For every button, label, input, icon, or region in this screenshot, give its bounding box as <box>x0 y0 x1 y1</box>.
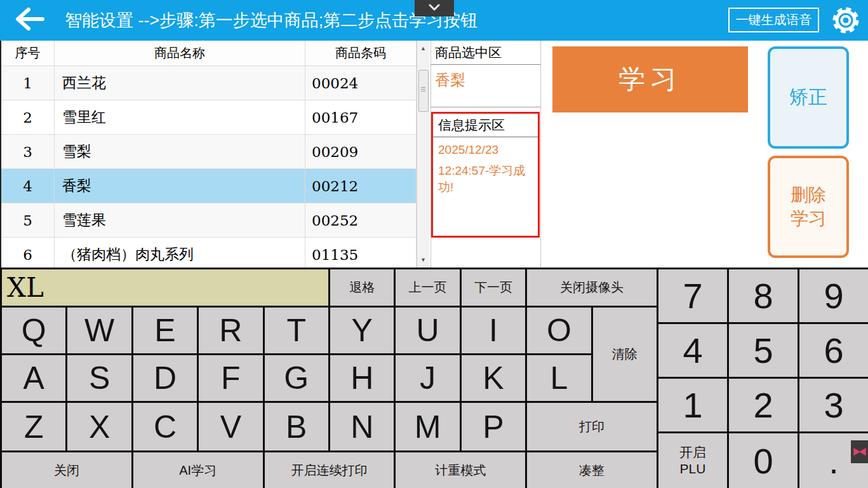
table-row-selected[interactable]: 4 香梨 00212 <box>1 169 417 203</box>
close-camera-key[interactable]: 关闭摄像头 <box>527 269 657 306</box>
table-scrollbar[interactable]: ▲ ▼ <box>417 41 429 268</box>
cell-no: 4 <box>1 169 55 203</box>
prev-page-key[interactable]: 上一页 <box>396 269 459 306</box>
key-K[interactable]: K <box>462 355 525 401</box>
cell-code: 00209 <box>305 135 417 168</box>
message-line: 2025/12/23 <box>433 137 538 157</box>
smart-settings-screen: 智能设置 -->步骤:第一步选中商品;第二步点击学习按钮 一键生成语音 序号 商… <box>0 0 868 488</box>
cell-no: 6 <box>1 238 55 271</box>
number-pad: 7 8 9 4 5 6 1 2 3 开启 PLU 0 . <box>657 268 868 488</box>
chevron-down-icon <box>428 3 441 14</box>
ai-learn-key[interactable]: AI学习 <box>133 452 263 488</box>
letter-keyboard: XL 退格 上一页 下一页 关闭摄像头 Q W E R T Y U I O 清除… <box>0 268 657 488</box>
cell-code: 00167 <box>305 100 417 134</box>
key-2[interactable]: 2 <box>729 379 798 431</box>
message-zone: 信息提示区 2025/12/23 12:24:57-学习成功! <box>431 112 540 238</box>
key-P[interactable]: P <box>462 403 525 451</box>
key-E[interactable]: E <box>133 308 197 353</box>
round-off-key[interactable]: 凑整 <box>527 452 657 488</box>
key-J[interactable]: J <box>396 355 459 401</box>
key-4[interactable]: 4 <box>658 324 727 377</box>
cell-no: 5 <box>1 203 55 237</box>
key-X[interactable]: X <box>67 403 131 451</box>
table-row[interactable]: 5 雪莲果 00252 <box>1 203 417 238</box>
key-R[interactable]: R <box>199 308 262 353</box>
header-bar: 智能设置 -->步骤:第一步选中商品;第二步点击学习按钮 一键生成语音 <box>0 0 868 41</box>
plu-search-input[interactable]: XL <box>2 269 328 306</box>
key-U[interactable]: U <box>396 308 459 353</box>
key-B[interactable]: B <box>265 403 328 451</box>
key-7[interactable]: 7 <box>658 269 727 322</box>
scroll-up-icon[interactable]: ▲ <box>417 42 429 55</box>
settings-gear-icon[interactable] <box>830 4 862 36</box>
key-A[interactable]: A <box>2 355 65 401</box>
product-table: 序号 商品名称 商品条码 1 西兰花 00024 2 雪里红 00167 3 雪… <box>1 41 417 268</box>
key-3[interactable]: 3 <box>799 379 868 431</box>
key-L[interactable]: L <box>527 355 591 401</box>
key-F[interactable]: F <box>199 355 262 401</box>
pull-down-tab[interactable] <box>415 0 454 17</box>
clear-key[interactable]: 清除 <box>593 308 657 401</box>
main-content: 序号 商品名称 商品条码 1 西兰花 00024 2 雪里红 00167 3 雪… <box>0 41 868 268</box>
key-Y[interactable]: Y <box>330 308 394 353</box>
delete-learn-line: 学习 <box>791 207 826 230</box>
key-8[interactable]: 8 <box>729 269 798 322</box>
message-zone-title: 信息提示区 <box>433 114 538 137</box>
scroll-down-icon[interactable]: ▼ <box>417 254 429 266</box>
close-key[interactable]: 关闭 <box>2 452 131 488</box>
key-D[interactable]: D <box>133 355 197 401</box>
message-line: 12:24:57-学习成功! <box>433 157 538 196</box>
key-G[interactable]: G <box>265 355 328 401</box>
scrollbar-grip <box>421 89 425 90</box>
print-key[interactable]: 打印 <box>527 403 657 451</box>
key-M[interactable]: M <box>396 403 459 451</box>
correct-button[interactable]: 矫正 <box>768 46 849 149</box>
cell-code: 00024 <box>305 66 417 100</box>
key-6[interactable]: 6 <box>799 324 868 377</box>
cell-name: 雪莲果 <box>55 203 305 237</box>
key-0[interactable]: 0 <box>729 433 798 488</box>
backspace-key[interactable]: 退格 <box>330 269 394 306</box>
key-V[interactable]: V <box>199 403 262 451</box>
table-row[interactable]: 3 雪梨 00209 <box>1 135 417 169</box>
col-header-name: 商品名称 <box>55 41 305 65</box>
cell-name: 雪梨 <box>55 135 305 168</box>
key-O[interactable]: O <box>527 308 591 353</box>
selected-product-name: 香梨 <box>431 65 540 107</box>
key-Z[interactable]: Z <box>2 403 65 451</box>
key-N[interactable]: N <box>330 403 394 451</box>
key-1[interactable]: 1 <box>658 379 727 431</box>
key-T[interactable]: T <box>265 308 328 353</box>
info-panel: 商品选中区 香梨 信息提示区 2025/12/23 12:24:57-学习成功! <box>431 41 541 268</box>
open-plu-key[interactable]: 开启 PLU <box>658 433 727 488</box>
key-W[interactable]: W <box>67 308 131 353</box>
col-header-code: 商品条码 <box>305 41 417 65</box>
scrollbar-thumb[interactable] <box>418 70 429 112</box>
next-page-key[interactable]: 下一页 <box>462 269 525 306</box>
delete-learn-button[interactable]: 删除 学习 <box>768 156 849 258</box>
learn-button[interactable]: 学习 <box>552 46 748 112</box>
pink-bowtie-flag-icon[interactable] <box>851 440 868 463</box>
open-plu-line: 开启 <box>679 444 706 461</box>
key-5[interactable]: 5 <box>729 324 798 377</box>
cell-name: 西兰花 <box>55 66 305 100</box>
table-row[interactable]: 2 雪里红 00167 <box>1 100 417 135</box>
col-header-no: 序号 <box>1 41 55 65</box>
cell-code: 00252 <box>305 203 417 237</box>
cell-no: 1 <box>1 66 55 100</box>
key-Q[interactable]: Q <box>2 308 65 353</box>
cell-no: 3 <box>1 135 55 168</box>
continuous-print-key[interactable]: 开启连续打印 <box>265 452 394 488</box>
cell-no: 2 <box>1 100 55 134</box>
key-9[interactable]: 9 <box>799 269 868 322</box>
key-C[interactable]: C <box>133 403 197 451</box>
table-row[interactable]: 6 （猪肉档）肉丸系列 01135 <box>1 238 417 272</box>
table-row[interactable]: 1 西兰花 00024 <box>1 66 417 100</box>
key-H[interactable]: H <box>330 355 394 401</box>
table-header-row: 序号 商品名称 商品条码 <box>1 41 417 66</box>
weigh-mode-key[interactable]: 计重模式 <box>396 452 525 488</box>
generate-voice-button[interactable]: 一键生成语音 <box>728 8 819 32</box>
back-button[interactable] <box>10 7 50 34</box>
key-S[interactable]: S <box>67 355 131 401</box>
key-I[interactable]: I <box>462 308 525 353</box>
